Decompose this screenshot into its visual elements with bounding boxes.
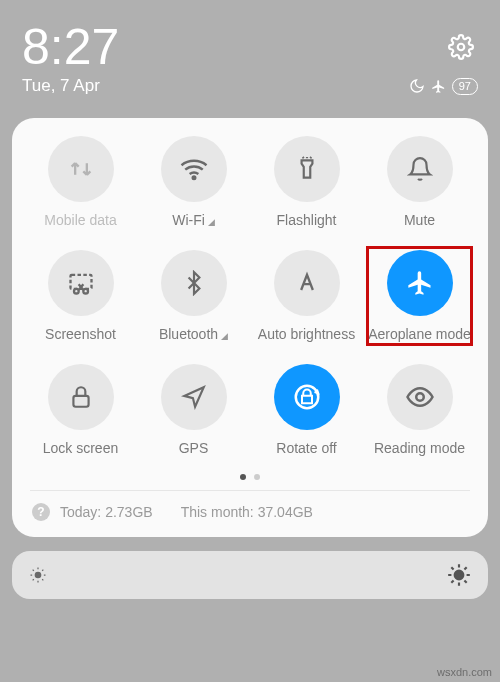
tile-auto-brightness[interactable]: Auto brightness xyxy=(250,250,363,342)
tile-gps[interactable]: GPS xyxy=(137,364,250,456)
tile-label: GPS xyxy=(179,440,209,456)
data-usage-row[interactable]: ? Today: 2.73GB This month: 37.04GB xyxy=(24,495,476,525)
flashlight-icon xyxy=(294,156,320,182)
chevron-icon: ◢ xyxy=(221,331,228,341)
tile-label: Mute xyxy=(404,212,435,228)
tile-label: Lock screen xyxy=(43,440,118,456)
svg-point-8 xyxy=(36,573,41,578)
svg-point-1 xyxy=(192,177,195,180)
clock-date: Tue, 7 Apr xyxy=(22,76,100,96)
scissors-icon xyxy=(67,269,95,297)
gear-icon xyxy=(448,34,474,60)
svg-rect-5 xyxy=(73,396,88,407)
svg-point-4 xyxy=(83,289,88,294)
settings-button[interactable] xyxy=(448,34,474,64)
bluetooth-icon xyxy=(181,270,207,296)
tile-aeroplane-mode[interactable]: Aeroplane mode xyxy=(363,250,476,342)
svg-point-7 xyxy=(416,393,424,401)
location-icon xyxy=(181,384,207,410)
lock-icon xyxy=(68,384,94,410)
tile-mobile-data[interactable]: Mobile data xyxy=(24,136,137,228)
status-icons: 97 xyxy=(409,78,478,95)
wifi-icon xyxy=(179,154,209,184)
watermark: wsxdn.com xyxy=(437,666,492,678)
eye-icon xyxy=(405,382,435,412)
tile-screenshot[interactable]: Screenshot xyxy=(24,250,137,342)
quick-settings-panel: Mobile data Wi-Fi◢ Flashlight Mute Scree… xyxy=(12,118,488,537)
brightness-low-icon xyxy=(28,565,48,585)
divider xyxy=(30,490,470,491)
usage-today: Today: 2.73GB xyxy=(60,504,153,520)
tile-label: Rotate off xyxy=(276,440,336,456)
tile-flashlight[interactable]: Flashlight xyxy=(250,136,363,228)
tile-rotate-off[interactable]: Rotate off xyxy=(250,364,363,456)
svg-point-9 xyxy=(455,571,464,580)
usage-month: This month: 37.04GB xyxy=(181,504,313,520)
tile-bluetooth[interactable]: Bluetooth◢ xyxy=(137,250,250,342)
svg-point-0 xyxy=(458,44,465,51)
tile-label: Screenshot xyxy=(45,326,116,342)
tile-label: Wi-Fi◢ xyxy=(172,212,215,228)
tile-label: Mobile data xyxy=(44,212,116,228)
tile-wifi[interactable]: Wi-Fi◢ xyxy=(137,136,250,228)
airplane-status-icon xyxy=(431,79,446,94)
page-dot-1 xyxy=(240,474,246,480)
tile-label: Reading mode xyxy=(374,440,465,456)
chevron-icon: ◢ xyxy=(208,217,215,227)
highlight-annotation xyxy=(366,246,473,346)
moon-icon xyxy=(409,78,425,94)
tile-mute[interactable]: Mute xyxy=(363,136,476,228)
tile-lock-screen[interactable]: Lock screen xyxy=(24,364,137,456)
page-indicator xyxy=(24,474,476,480)
rotate-lock-icon xyxy=(292,382,322,412)
brightness-high-icon xyxy=(446,562,472,588)
clock-time: 8:27 xyxy=(22,22,478,72)
info-icon: ? xyxy=(32,503,50,521)
tile-label: Flashlight xyxy=(277,212,337,228)
mobile-data-icon xyxy=(67,155,95,183)
tile-label: Bluetooth◢ xyxy=(159,326,228,342)
bell-icon xyxy=(407,156,433,182)
svg-point-3 xyxy=(74,289,79,294)
battery-indicator: 97 xyxy=(452,78,478,95)
auto-brightness-icon xyxy=(293,269,321,297)
brightness-slider[interactable] xyxy=(12,551,488,599)
page-dot-2 xyxy=(254,474,260,480)
tile-label: Auto brightness xyxy=(258,326,355,342)
tile-reading-mode[interactable]: Reading mode xyxy=(363,364,476,456)
